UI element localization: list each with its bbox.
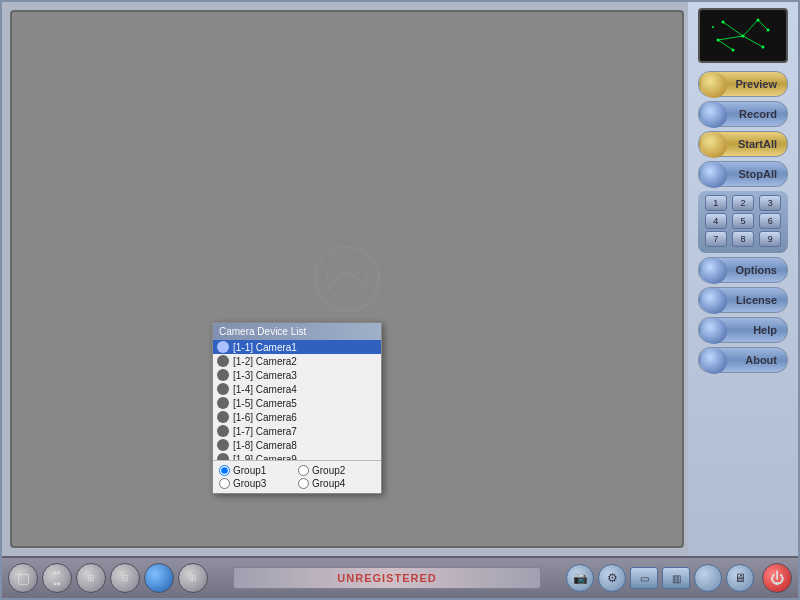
bottom-btn-monitor[interactable]: 🖥 [726, 564, 754, 592]
preview-sphere [701, 72, 727, 98]
group-radio-label: Group1 [233, 465, 266, 476]
camera-item-label: [1-6] Camera6 [233, 412, 297, 423]
num-grid-row: 123 [702, 195, 784, 211]
num-grid-row: 456 [702, 213, 784, 229]
num-grid-row: 789 [702, 231, 784, 247]
num-btn-8[interactable]: 8 [732, 231, 754, 247]
bottom-btn-settings[interactable]: ⚙ [598, 564, 626, 592]
group-radio-label: Group3 [233, 478, 266, 489]
num-btn-4[interactable]: 4 [705, 213, 727, 229]
camera-item-icon [217, 425, 229, 437]
top-area: Camera Device List [1-1] Camera1[1-2] Ca… [2, 2, 798, 556]
bottom-btn-square2[interactable]: ▪▪▪▪ [42, 563, 72, 593]
options-button[interactable]: Options [698, 257, 788, 283]
num-btn-2[interactable]: 2 [732, 195, 754, 211]
group-radio-label: Group4 [312, 478, 345, 489]
license-button[interactable]: License [698, 287, 788, 313]
camera-item-label: [1-1] Camera1 [233, 342, 297, 353]
camera-list-title: Camera Device List [219, 326, 306, 337]
camera-list-item[interactable]: [1-9] Camera9 [213, 452, 381, 460]
clock-display [698, 8, 788, 63]
unreg-banner: UNREGISTERED [233, 567, 541, 589]
camera-item-label: [1-3] Camera3 [233, 370, 297, 381]
bottom-btn-grid1[interactable]: ⊞ [76, 563, 106, 593]
bottom-btn-circle2[interactable] [694, 564, 722, 592]
camera-list-popup: Camera Device List [1-1] Camera1[1-2] Ca… [212, 322, 382, 494]
bottom-btn-camera[interactable]: 📷 [566, 564, 594, 592]
camera-item-icon [217, 411, 229, 423]
separator-dots-left [212, 577, 223, 580]
num-btn-1[interactable]: 1 [705, 195, 727, 211]
camera-list-title-bar: Camera Device List [213, 323, 381, 340]
separator-dots-right [551, 577, 562, 580]
camera-list-items: [1-1] Camera1[1-2] Camera2[1-3] Camera3[… [213, 340, 381, 460]
start-all-sphere [701, 132, 727, 158]
camera-item-icon [217, 355, 229, 367]
camera-item-label: [1-7] Camera7 [233, 426, 297, 437]
camera-list-item[interactable]: [1-8] Camera8 [213, 438, 381, 452]
preview-button[interactable]: Preview [698, 71, 788, 97]
camera-item-label: [1-4] Camera4 [233, 384, 297, 395]
group-radio-group4[interactable]: Group4 [298, 478, 375, 489]
bottom-btn-grid2[interactable]: ⊟ [110, 563, 140, 593]
num-btn-3[interactable]: 3 [759, 195, 781, 211]
bottom-btn-grid3[interactable]: ⊞ [178, 563, 208, 593]
svg-line-14 [718, 36, 743, 40]
svg-line-15 [718, 40, 733, 50]
num-btn-7[interactable]: 7 [705, 231, 727, 247]
about-button[interactable]: About [698, 347, 788, 373]
num-btn-5[interactable]: 5 [732, 213, 754, 229]
svg-line-11 [743, 20, 758, 36]
camera-item-label: [1-5] Camera5 [233, 398, 297, 409]
svg-line-13 [743, 36, 763, 47]
bottom-btn-square1[interactable]: ▢ [8, 563, 38, 593]
about-sphere [701, 348, 727, 374]
num-btn-6[interactable]: 6 [759, 213, 781, 229]
license-sphere [701, 288, 727, 314]
video-area: Camera Device List [1-1] Camera1[1-2] Ca… [10, 10, 684, 548]
power-button[interactable]: ⏻ [762, 563, 792, 593]
camera-item-icon [217, 383, 229, 395]
bottom-btn-circle1[interactable] [144, 563, 174, 593]
camera-item-label: [1-2] Camera2 [233, 356, 297, 367]
camera-list-item[interactable]: [1-1] Camera1 [213, 340, 381, 354]
controls-panel: Preview Record StartAll StopAll 12345678… [688, 2, 798, 556]
group-radio-group1[interactable]: Group1 [219, 465, 296, 476]
group-radio-label: Group2 [312, 465, 345, 476]
start-all-button[interactable]: StartAll [698, 131, 788, 157]
camera-item-icon [217, 341, 229, 353]
camera-item-label: [1-8] Camera8 [233, 440, 297, 451]
camera-item-icon [217, 369, 229, 381]
record-sphere [701, 102, 727, 128]
camera-list-item[interactable]: [1-6] Camera6 [213, 410, 381, 424]
clock-icon [703, 12, 783, 60]
help-button[interactable]: Help [698, 317, 788, 343]
camera-list-item[interactable]: [1-7] Camera7 [213, 424, 381, 438]
camera-list-item[interactable]: [1-3] Camera3 [213, 368, 381, 382]
svg-point-1 [327, 259, 367, 299]
group-section: Group1Group2Group3Group4 [213, 460, 381, 493]
help-sphere [701, 318, 727, 344]
camera-item-icon [217, 397, 229, 409]
num-btn-9[interactable]: 9 [759, 231, 781, 247]
bottom-btn-rect1[interactable]: ▭ [630, 567, 658, 589]
svg-point-0 [315, 247, 379, 311]
options-sphere [701, 258, 727, 284]
group-radio-group3[interactable]: Group3 [219, 478, 296, 489]
number-grid: 123456789 [698, 191, 788, 253]
group-radio-group2[interactable]: Group2 [298, 465, 375, 476]
bottom-btn-rect2[interactable]: ▥ [662, 567, 690, 589]
video-watermark [307, 239, 387, 319]
camera-item-icon [217, 439, 229, 451]
stop-all-button[interactable]: StopAll [698, 161, 788, 187]
camera-list-item[interactable]: [1-4] Camera4 [213, 382, 381, 396]
camera-item-label: [1-9] Camera9 [233, 454, 297, 461]
camera-list-item[interactable]: [1-5] Camera5 [213, 396, 381, 410]
stop-all-sphere [701, 162, 727, 188]
svg-line-10 [723, 22, 743, 36]
app-container: Camera Device List [1-1] Camera1[1-2] Ca… [0, 0, 800, 600]
camera-list-item[interactable]: [1-2] Camera2 [213, 354, 381, 368]
record-button[interactable]: Record [698, 101, 788, 127]
svg-point-9 [712, 26, 714, 28]
bottom-bar: ▢ ▪▪▪▪ ⊞ ⊟ ⊞ UNREGISTERED 📷 ⚙ ▭ ▥ 🖥 ⏻ [2, 556, 798, 598]
